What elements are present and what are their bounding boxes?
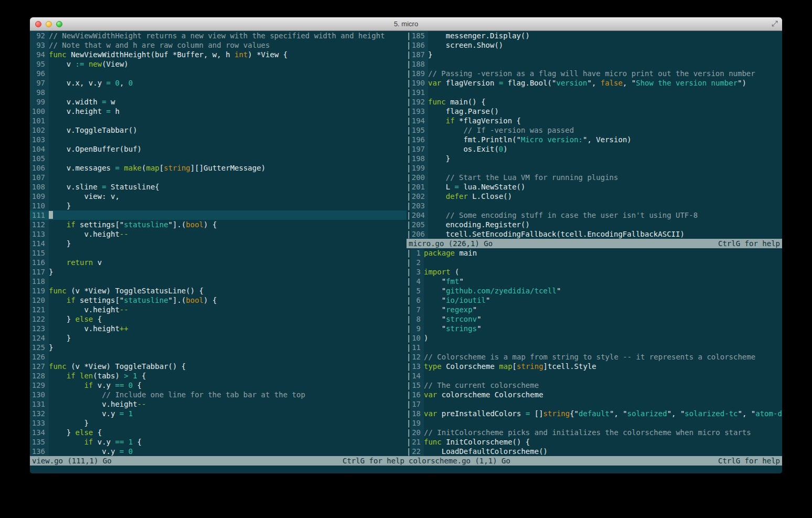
code-line[interactable]: 100 v.height = h bbox=[30, 107, 407, 116]
code-line[interactable]: 105 bbox=[30, 154, 407, 163]
code-line[interactable]: |2 bbox=[407, 258, 782, 267]
code-line[interactable]: 109 view: v, bbox=[30, 192, 407, 201]
code-line[interactable]: |7 "regexp" bbox=[407, 305, 782, 314]
code-line[interactable]: 112 if settings["statusline"].(bool) { bbox=[30, 220, 407, 229]
code-line[interactable]: |4 "fmt" bbox=[407, 277, 782, 286]
code-line[interactable]: |10) bbox=[407, 333, 782, 343]
code-line[interactable]: 93// Note that w and h are raw column an… bbox=[30, 40, 407, 50]
code-line[interactable]: 125} bbox=[30, 343, 407, 352]
code-line[interactable]: 115 bbox=[30, 248, 407, 258]
code-line[interactable]: 96 bbox=[30, 69, 407, 78]
code-buffer-view-go[interactable]: 92// NewViewWidthHeight returns a new vi… bbox=[30, 31, 407, 456]
code-line[interactable]: 101 bbox=[30, 116, 407, 125]
code-line[interactable]: 133 } bbox=[30, 418, 407, 428]
zoom-button[interactable] bbox=[56, 21, 62, 27]
command-line[interactable] bbox=[30, 466, 782, 473]
code-line[interactable]: 126 bbox=[30, 352, 407, 362]
code-line[interactable]: 99 v.width = w bbox=[30, 97, 407, 107]
code-line[interactable]: 127func (v *View) ToggleTabbar() { bbox=[30, 362, 407, 371]
code-line[interactable]: 107 bbox=[30, 173, 407, 182]
close-button[interactable] bbox=[35, 21, 41, 27]
code-line[interactable]: |13type Colorscheme map[string]tcell.Sty… bbox=[407, 362, 782, 371]
code-buffer-micro-go[interactable]: |185 messenger.Display()|186 screen.Show… bbox=[407, 31, 782, 239]
code-line[interactable]: 106 v.messages = make(map[string][]Gutte… bbox=[30, 163, 407, 173]
code-line[interactable]: |198 } bbox=[407, 154, 782, 163]
code-line[interactable]: 123 v.height++ bbox=[30, 324, 407, 333]
code-buffer-colorscheme-go[interactable]: |1package main|2|3import (|4 "fmt"|5 "gi… bbox=[407, 248, 782, 456]
fullscreen-icon[interactable]: ⤢ bbox=[772, 19, 778, 28]
code-line[interactable]: 132 v.y = 1 bbox=[30, 409, 407, 418]
code-line[interactable]: 110 } bbox=[30, 201, 407, 210]
code-line[interactable]: 114 } bbox=[30, 239, 407, 248]
code-line[interactable]: |203 bbox=[407, 201, 782, 210]
code-line[interactable]: |6 "io/ioutil" bbox=[407, 295, 782, 305]
code-line[interactable]: 111 bbox=[30, 210, 407, 220]
code-line[interactable]: 102 v.ToggleTabbar() bbox=[30, 125, 407, 135]
code-line[interactable]: |190var flagVersion = flag.Bool("version… bbox=[407, 78, 782, 88]
code-line[interactable]: |200 // Start the Lua VM for running plu… bbox=[407, 173, 782, 182]
code-line[interactable]: |16var colorscheme Colorscheme bbox=[407, 390, 782, 399]
code-line[interactable]: |205 encoding.Register() bbox=[407, 220, 782, 229]
code-line[interactable]: 98 bbox=[30, 88, 407, 97]
code-line[interactable]: 122 } else { bbox=[30, 314, 407, 324]
code-line[interactable]: |206 tcell.SetEncodingFallback(tcell.Enc… bbox=[407, 229, 782, 239]
code-line[interactable]: |204 // Some encoding stuff in case the … bbox=[407, 210, 782, 220]
code-line[interactable]: 121 v.height-- bbox=[30, 305, 407, 314]
code-line[interactable]: 120 if settings["statusline"].(bool) { bbox=[30, 295, 407, 305]
code-line[interactable]: 131 v.height-- bbox=[30, 399, 407, 409]
code-line[interactable]: 128 if len(tabs) > 1 { bbox=[30, 371, 407, 380]
code-line[interactable]: |22 LoadDefaultColorscheme() bbox=[407, 447, 782, 456]
code-line[interactable]: |191 bbox=[407, 88, 782, 97]
code-line[interactable]: |193 flag.Parse() bbox=[407, 107, 782, 116]
code-line[interactable]: 135 if v.y == 1 { bbox=[30, 437, 407, 447]
code-line[interactable]: |9 "strings" bbox=[407, 324, 782, 333]
code-line[interactable]: |197 os.Exit(0) bbox=[407, 144, 782, 154]
code-line[interactable]: |195 // If -version was passed bbox=[407, 125, 782, 135]
code-line[interactable]: |18var preInstalledColors = []string{"de… bbox=[407, 409, 782, 418]
code-line[interactable]: |20// InitColorscheme picks and initiali… bbox=[407, 428, 782, 437]
code-line[interactable]: 136 v.y = 0 bbox=[30, 447, 407, 456]
code-line[interactable]: 94func NewViewWidthHeight(buf *Buffer, w… bbox=[30, 50, 407, 59]
code-line[interactable]: 124 } bbox=[30, 333, 407, 343]
code-line[interactable]: |188 bbox=[407, 59, 782, 69]
code-line[interactable]: |21func InitColorscheme() { bbox=[407, 437, 782, 447]
code-line[interactable]: |192func main() { bbox=[407, 97, 782, 107]
code-line[interactable]: 119func (v *View) ToggleStatusLine() { bbox=[30, 286, 407, 295]
code-line[interactable]: |8 "strconv" bbox=[407, 314, 782, 324]
code-line[interactable]: |19 bbox=[407, 418, 782, 428]
code-line[interactable]: |199 bbox=[407, 163, 782, 173]
code-line[interactable]: 129 if v.y == 0 { bbox=[30, 380, 407, 390]
code-line[interactable]: |196 fmt.Println("Micro version:", Versi… bbox=[407, 135, 782, 144]
code-line[interactable]: 103 bbox=[30, 135, 407, 144]
code-line[interactable]: |17 bbox=[407, 399, 782, 409]
minimize-button[interactable] bbox=[46, 21, 52, 27]
code-line[interactable]: 118 bbox=[30, 277, 407, 286]
code-line[interactable]: 104 v.OpenBuffer(buf) bbox=[30, 144, 407, 154]
code-line[interactable]: 97 v.x, v.y = 0, 0 bbox=[30, 78, 407, 88]
code-line[interactable]: |202 defer L.Close() bbox=[407, 192, 782, 201]
code-line[interactable]: |194 if *flagVersion { bbox=[407, 116, 782, 125]
code-line[interactable]: 116 return v bbox=[30, 258, 407, 267]
code-line[interactable]: |3import ( bbox=[407, 267, 782, 277]
code-line[interactable]: |187} bbox=[407, 50, 782, 59]
code-line[interactable]: |1package main bbox=[407, 248, 782, 258]
code-line[interactable]: 108 v.sline = Statusline{ bbox=[30, 182, 407, 192]
code-line[interactable]: |14 bbox=[407, 371, 782, 380]
code-line[interactable]: 134 } else { bbox=[30, 428, 407, 437]
code-line[interactable]: 113 v.height-- bbox=[30, 229, 407, 239]
code-line[interactable]: 95 v := new(View) bbox=[30, 59, 407, 69]
code-line[interactable]: 130 // Include one line for the tab bar … bbox=[30, 390, 407, 399]
code-line[interactable]: 117} bbox=[30, 267, 407, 277]
code-line[interactable]: |15// The current colorscheme bbox=[407, 380, 782, 390]
code-line[interactable]: |186 screen.Show() bbox=[407, 40, 782, 50]
code-line[interactable]: |201 L = lua.NewState() bbox=[407, 182, 782, 192]
code-line[interactable]: |11 bbox=[407, 343, 782, 352]
line-number: 18 bbox=[411, 409, 424, 418]
code-line[interactable]: |189// Passing -version as a flag will h… bbox=[407, 69, 782, 78]
code-text: v.height++ bbox=[49, 324, 407, 333]
code-line[interactable]: 92// NewViewWidthHeight returns a new vi… bbox=[30, 31, 407, 40]
code-line[interactable]: |185 messenger.Display() bbox=[407, 31, 782, 40]
code-line[interactable]: |5 "github.com/zyedidia/tcell" bbox=[407, 286, 782, 295]
code-line[interactable]: |12// Colorscheme is a map from string t… bbox=[407, 352, 782, 362]
titlebar[interactable]: 5. micro ⤢ bbox=[30, 17, 782, 31]
